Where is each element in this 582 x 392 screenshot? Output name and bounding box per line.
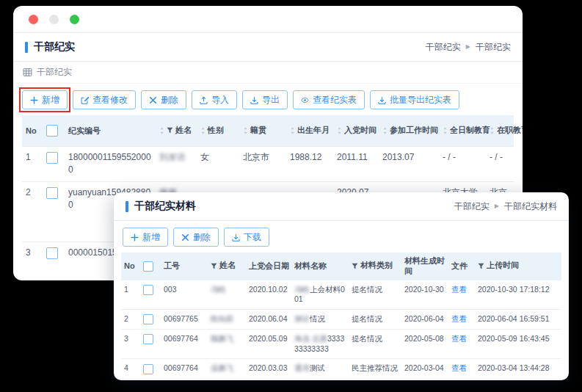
column-header-record-no: 纪实编号 <box>65 115 156 147</box>
cell-material-category: 提名情况 <box>349 280 401 310</box>
table-grid-icon <box>23 68 32 77</box>
row-checkbox[interactable] <box>143 334 153 344</box>
breadcrumb-item[interactable]: 干部纪实 <box>476 41 511 54</box>
cell-text: 刘发语 <box>159 152 186 162</box>
export-button[interactable]: 导出 <box>242 90 288 109</box>
close-icon <box>181 233 189 242</box>
button-label: 删除 <box>193 231 211 244</box>
view-link[interactable]: 查看 <box>451 334 467 343</box>
delete-button[interactable]: 删除 <box>173 228 219 247</box>
cell-select <box>140 280 161 310</box>
column-label: 文件 <box>451 261 468 272</box>
column-header-employee-id: 工号 <box>161 253 208 280</box>
table-header-row: No工号姓名上党会日期材料名称材料类别材料生成时间文件上传时间 <box>121 253 561 280</box>
sort-icon <box>337 126 342 135</box>
cell-no: 4 <box>121 359 140 379</box>
row-checkbox[interactable] <box>46 187 58 199</box>
cell-no: 1 <box>22 147 43 182</box>
column-header-party-join-time[interactable]: 入党时间 <box>333 115 379 147</box>
funnel-icon <box>352 263 358 269</box>
cell-material-name: 冯晗上会材料001 <box>291 280 349 310</box>
view-link[interactable]: 查看 <box>451 285 467 294</box>
cell-material-created-time: 2019-10-29 <box>401 379 448 380</box>
sort-icon <box>382 126 388 135</box>
breadcrumb-item[interactable]: 干部纪实 <box>426 41 461 54</box>
cell-native-place: 北京市 <box>239 147 286 182</box>
batch-export-record-table-button[interactable]: 批量导出纪实表 <box>370 90 459 109</box>
cell-upload-time: 2020-06-04 16:59:51 <box>475 309 561 329</box>
button-label: 导入 <box>211 94 229 106</box>
cell-select <box>43 181 65 242</box>
cell-upload-time: 2020-05-09 16:43:45 <box>475 330 561 359</box>
add-button[interactable]: 新增 <box>123 228 168 247</box>
table-row: 1003冯晗2020.10.02冯晗上会材料001提名情况2020-10-30查… <box>121 280 561 310</box>
cell-text: 冯晗 <box>294 285 310 294</box>
sort-icon <box>290 126 295 135</box>
view-link[interactable]: 查看 <box>451 314 467 323</box>
row-checkbox[interactable] <box>46 152 58 164</box>
row-checkbox[interactable] <box>143 314 153 324</box>
cell-name: 刘发语 <box>156 147 197 182</box>
download-icon <box>378 96 386 104</box>
page-header: 干部纪实 干部纪实▶干部纪实 <box>13 33 523 62</box>
breadcrumb-arrow-icon: ▶ <box>495 203 499 209</box>
breadcrumb-item[interactable]: 干部纪实 <box>454 200 490 213</box>
column-header-file: 文件 <box>448 253 475 280</box>
column-label: 参加工作时间 <box>390 125 438 136</box>
column-header-name[interactable]: 姓名 <box>208 253 246 280</box>
view-edit-button[interactable]: 查看修改 <box>73 90 136 109</box>
traffic-minimize-button[interactable] <box>49 15 59 24</box>
column-header-work-start-time[interactable]: 参加工作时间 <box>379 115 439 147</box>
breadcrumb-item[interactable]: 干部纪实材料 <box>504 200 557 213</box>
cell-no: 5 <box>121 379 140 380</box>
delete-button[interactable]: 删除 <box>141 90 186 109</box>
column-label: 全日制教育 <box>450 125 490 136</box>
view-record-table-button[interactable]: 查看纪实表 <box>293 90 365 109</box>
column-header-upload-time[interactable]: 上传时间 <box>475 253 561 280</box>
cell-name: 魏鹏飞 <box>208 330 246 359</box>
cell-text: 陈灿弈 <box>211 314 234 323</box>
cell-text: 通用 <box>294 363 310 372</box>
column-header-gender[interactable]: 性别 <box>197 115 239 147</box>
column-header-fulltime-education[interactable]: 全日制教育 <box>439 115 486 147</box>
page-title: 干部纪实 <box>34 40 75 54</box>
cell-no: 3 <box>22 242 43 280</box>
button-label: 新增 <box>42 94 59 106</box>
cell-material-category: 民主推荐情况 <box>349 359 401 379</box>
cell-record-no: 180000011595520000 <box>65 147 156 182</box>
column-label: 姓名 <box>219 261 236 271</box>
plus-icon <box>30 96 38 104</box>
cell-party-meeting-date: 2019.10.30 <box>246 379 291 380</box>
column-label: 工号 <box>164 261 180 272</box>
table-row: 1180000011595520000刘发语女北京市1988.122011.11… <box>22 147 514 182</box>
select-all-checkbox[interactable] <box>143 261 153 272</box>
column-header-native-place[interactable]: 籍贯 <box>239 115 286 147</box>
import-button[interactable]: 导入 <box>192 90 237 109</box>
row-checkbox[interactable] <box>46 247 58 259</box>
cell-text: 测试 <box>294 314 310 323</box>
column-header-select <box>43 115 65 147</box>
column-header-material-category[interactable]: 材料类别 <box>349 253 401 280</box>
column-header-birth[interactable]: 出生年月 <box>286 115 333 147</box>
add-button[interactable]: 新增 <box>22 90 68 109</box>
column-header-onjob-education[interactable]: 在职教育 <box>486 115 514 147</box>
traffic-zoom-button[interactable] <box>70 15 79 24</box>
row-checkbox[interactable] <box>143 364 153 374</box>
section-title: 干部纪实 <box>37 66 72 79</box>
download-button[interactable]: 下载 <box>224 228 269 247</box>
button-label: 删除 <box>161 94 178 106</box>
cell-select <box>43 242 65 280</box>
cell-no: 1 <box>121 280 140 310</box>
column-label: 上传时间 <box>487 261 519 271</box>
column-header-select <box>140 253 161 280</box>
column-label: No <box>124 261 135 272</box>
select-all-checkbox[interactable] <box>46 125 58 137</box>
traffic-close-button[interactable] <box>29 15 38 24</box>
view-link[interactable]: 查看 <box>451 363 467 372</box>
cell-upload-time: 2020-10-30 17:18:12 <box>475 280 561 310</box>
upload-icon <box>200 96 208 104</box>
column-header-name[interactable]: 姓名 <box>156 115 197 147</box>
cell-select <box>140 359 161 379</box>
cell-party-meeting-date: 2020.05.09 <box>246 330 291 359</box>
row-checkbox[interactable] <box>143 285 153 295</box>
